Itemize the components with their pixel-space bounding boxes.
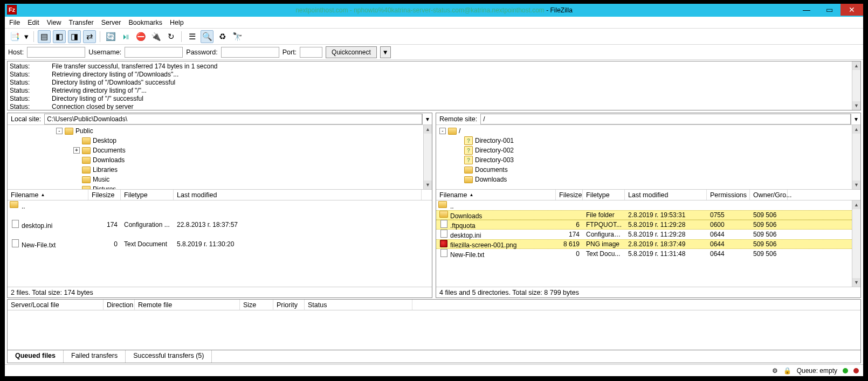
remote-list-header[interactable]: Filename▲FilesizeFiletypeLast modifiedPe… [436,190,860,200]
tree-label: / [459,127,460,135]
file-row[interactable]: New-File.txt0Text Document5.8.2019 г. 11… [8,239,432,249]
tree-node[interactable]: -Public [8,126,432,136]
expand-icon[interactable]: - [439,128,446,134]
tree-node[interactable]: Music [8,175,432,184]
site-manager-dropdown[interactable]: ▾ [23,30,30,43]
filter-button[interactable]: ☰ [185,30,198,43]
reconnect-button[interactable]: ↻ [164,30,177,43]
local-tree-scrollbar[interactable]: ▲▼ [423,125,432,189]
process-queue-button[interactable]: ⏯ [119,30,132,43]
column-name[interactable]: Filename▲ [8,190,88,200]
column-perm[interactable]: Permissions [707,190,750,200]
local-path-dropdown[interactable]: ▾ [422,114,432,124]
local-tree[interactable]: -PublicDesktop+DocumentsDownloadsLibrari… [8,125,432,190]
username-input[interactable] [125,47,183,58]
expand-icon[interactable]: - [56,128,63,134]
menu-server[interactable]: Server [101,19,121,26]
refresh-button[interactable]: 🔄 [104,30,117,43]
column-rem[interactable]: Remote file [135,300,240,310]
toggle-local-tree-button[interactable]: ◧ [53,30,66,43]
log-scrollbar[interactable]: ▲▼ [852,61,860,110]
tree-node[interactable]: Directory-001 [436,136,860,146]
menu-file[interactable]: File [9,19,20,26]
port-label: Port: [283,49,297,56]
tab-failed-transfers[interactable]: Failed transfers [64,350,126,363]
tab-successful-transfers[interactable]: Successful transfers (5) [126,350,212,363]
remote-tree[interactable]: -/Directory-001Directory-002Directory-00… [436,125,860,190]
tree-node[interactable]: Libraries [8,165,432,175]
remote-list-scrollbar[interactable]: ▲▼ [852,200,860,287]
site-manager-button[interactable]: 📑 [8,30,21,43]
tree-node[interactable]: Directory-002 [436,146,860,155]
local-file-list[interactable]: ..desktop.ini174Configuration ...22.8.20… [8,200,432,287]
file-row[interactable]: desktop.ini174Configurati...5.8.2019 г. … [436,230,860,239]
maximize-button[interactable]: ▭ [818,4,841,16]
host-input[interactable] [27,47,85,58]
column-size[interactable]: Size [240,300,273,310]
sync-browse-button[interactable]: ♻ [216,30,229,43]
column-stat[interactable]: Status [305,300,412,310]
column-dir[interactable]: Direction [104,300,135,310]
menu-transfer[interactable]: Transfer [69,19,94,26]
close-button[interactable]: ✕ [841,4,863,16]
menu-view[interactable]: View [47,19,61,26]
tree-node[interactable]: Pictures [8,184,432,190]
menu-help[interactable]: Help [170,19,184,26]
tree-node[interactable]: Documents [436,165,860,175]
expand-icon[interactable]: + [73,147,80,154]
tree-node[interactable]: +Documents [8,146,432,155]
log-message: Retrieving directory listing of "/"... [52,87,147,95]
tree-node[interactable]: Downloads [8,155,432,165]
minimize-button[interactable]: — [795,4,818,16]
menu-edit[interactable]: Edit [27,19,39,26]
log-label: Status: [10,87,37,95]
menu-bookmarks[interactable]: Bookmarks [128,19,162,26]
tab-queued-files[interactable]: Queued files [8,350,64,363]
remote-path-input[interactable] [480,114,851,124]
local-path-input[interactable] [44,114,422,124]
file-row[interactable]: .. [8,200,432,210]
column-size[interactable]: Filesize [88,190,121,200]
gear-icon[interactable]: ⚙ [772,367,778,375]
column-type[interactable]: Filetype [121,190,174,200]
column-pri[interactable]: Priority [273,300,305,310]
search-button[interactable]: 🔭 [231,30,244,43]
quickconnect-button[interactable]: Quickconnect [326,46,377,58]
compare-button[interactable]: 🔍 [201,30,213,43]
cancel-button[interactable]: ⛔ [134,30,147,43]
column-name[interactable]: Filename▲ [436,190,556,200]
local-list-header[interactable]: Filename▲FilesizeFiletypeLast modified [8,190,432,200]
tree-node[interactable]: -/ [436,126,860,136]
remote-path-dropdown[interactable]: ▾ [851,114,860,124]
lock-icon[interactable]: 🔒 [783,367,791,375]
tree-node[interactable]: Downloads [436,175,860,184]
remote-file-list[interactable]: ..DownloadsFile folder2.8.2019 г. 19:53:… [436,200,860,287]
column-owner[interactable]: Owner/Gro... [750,190,788,200]
file-row[interactable]: .. [436,200,860,210]
column-mod[interactable]: Last modified [174,190,422,200]
queue-tabs[interactable]: Queued files Failed transfers Successful… [7,350,861,363]
password-input[interactable] [221,47,279,58]
tree-node[interactable]: Directory-003 [436,155,860,165]
file-row[interactable]: filezilla-screen-001.png8 619PNG image2.… [436,239,860,249]
toggle-remote-tree-button[interactable]: ◨ [68,30,81,43]
column-size[interactable]: Filesize [556,190,583,200]
doc-icon [11,220,19,227]
file-row[interactable]: .ftpquota6FTPQUOT...5.8.2019 г. 11:29:28… [436,220,860,230]
queue-status: Queue: empty [797,367,837,375]
toggle-log-button[interactable]: ▤ [38,30,51,43]
remote-tree-scrollbar[interactable]: ▲▼ [852,125,860,189]
file-row[interactable]: New-File.txt0Text Docu...5.8.2019 г. 11:… [436,249,860,259]
file-row[interactable]: DownloadsFile folder2.8.2019 г. 19:53:31… [436,210,860,220]
quickconnect-dropdown[interactable]: ▼ [380,46,391,58]
queue-header[interactable]: Server/Local fileDirectionRemote fileSiz… [8,300,860,310]
column-mod[interactable]: Last modified [625,190,707,200]
toggle-transfer-queue-button[interactable]: ⇄ [83,30,96,43]
file-row[interactable]: desktop.ini174Configuration ...22.8.2013… [8,220,432,230]
tree-node[interactable]: Desktop [8,136,432,146]
port-input[interactable] [300,47,322,58]
menu-bar[interactable]: File Edit View Transfer Server Bookmarks… [5,17,863,29]
column-type[interactable]: Filetype [583,190,625,200]
column-srv[interactable]: Server/Local file [8,300,104,310]
disconnect-button[interactable]: 🔌 [149,30,162,43]
